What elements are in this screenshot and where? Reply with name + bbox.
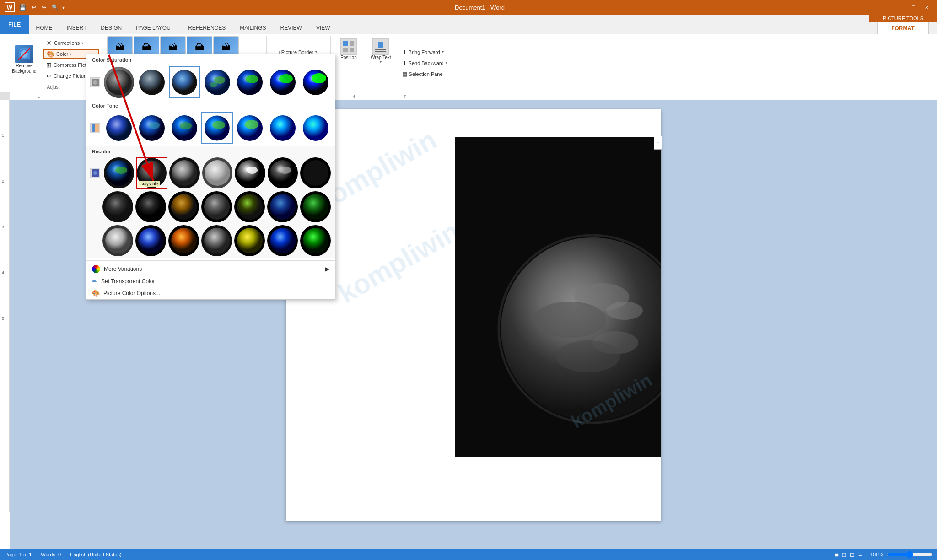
- view-draft-btn[interactable]: ≡: [858, 551, 862, 558]
- picture-color-options-item[interactable]: 🎨 Picture Color Options...: [86, 287, 335, 299]
- svg-text:7: 7: [404, 94, 406, 99]
- saturation-tiny-icon: [90, 77, 100, 87]
- tone-item-6[interactable]: [300, 112, 331, 144]
- tab-design[interactable]: DESIGN: [94, 22, 129, 34]
- bring-forward-button[interactable]: ⬆ Bring Forward ▾: [399, 47, 451, 57]
- save-btn[interactable]: 💾: [17, 3, 28, 11]
- color-options-icon: 🎨: [92, 290, 100, 297]
- selection-handle[interactable]: ≡: [654, 136, 662, 150]
- recolor-dk1-glow[interactable]: [135, 191, 167, 223]
- tone-item-0[interactable]: [103, 112, 135, 144]
- tab-file[interactable]: FILE: [0, 15, 29, 34]
- tone-item-1[interactable]: [136, 112, 167, 144]
- wrap-text-button[interactable]: Wrap Text ▾: [366, 36, 395, 90]
- recolor-grayscale[interactable]: Grayscale: [136, 157, 167, 189]
- set-transparent-icon: ✒: [92, 278, 97, 285]
- send-backward-button[interactable]: ⬇ Send Backward ▾: [399, 58, 451, 68]
- recolor-accent1-dark[interactable]: [168, 191, 199, 223]
- sat-item-0[interactable]: [103, 66, 135, 98]
- svg-point-85: [303, 228, 328, 253]
- recolor-blue2[interactable]: [267, 225, 298, 257]
- dropdown-divider-1: [86, 260, 335, 261]
- tone-item-2[interactable]: [169, 112, 200, 144]
- recolor-dk1[interactable]: [102, 191, 134, 223]
- tone-item-5[interactable]: [267, 112, 299, 144]
- quick-access-toolbar: 💾 ↩ ↪ 🔍 ▾: [17, 3, 65, 11]
- svg-point-71: [303, 160, 328, 186]
- vertical-ruler: 1 2 3 4 5: [0, 100, 10, 560]
- recolor-row-3: [86, 224, 335, 258]
- sat-item-4[interactable]: [234, 66, 266, 98]
- maximize-btn[interactable]: ☐: [908, 3, 920, 12]
- recolor-accent2-light[interactable]: [267, 191, 298, 223]
- ruler-corner: [0, 92, 10, 100]
- recolor-orange[interactable]: [168, 225, 199, 257]
- customize-btn[interactable]: 🔍: [50, 3, 60, 11]
- svg-point-82: [204, 228, 230, 253]
- recolor-blue[interactable]: [135, 225, 167, 257]
- svg-point-66: [205, 160, 230, 186]
- tab-references[interactable]: REFERENCES: [181, 22, 232, 34]
- set-transparent-item[interactable]: ✒ Set Transparent Color: [86, 275, 335, 287]
- remove-background-button[interactable]: Remove Background: [7, 43, 41, 76]
- more-variations-item[interactable]: More Variations ▶: [86, 263, 335, 275]
- wrap-icon: [372, 38, 389, 55]
- svg-text:4: 4: [2, 270, 4, 275]
- redo-btn[interactable]: ↪: [40, 3, 48, 11]
- tab-mailings[interactable]: MAILINGS: [233, 22, 273, 34]
- tab-view[interactable]: VIEW: [309, 22, 337, 34]
- order-col: ⬆ Bring Forward ▾ ⬇ Send Backward ▾ ▦ Se…: [399, 36, 451, 90]
- sat-item-6[interactable]: [300, 66, 331, 98]
- zoom-slider[interactable]: [887, 551, 932, 558]
- view-print-btn[interactable]: ■: [835, 551, 839, 558]
- sat-item-5[interactable]: [267, 66, 299, 98]
- earth-image-container[interactable]: kompliwin: [455, 137, 661, 457]
- tone-item-3[interactable]: [201, 112, 233, 144]
- recolor-sepia[interactable]: [169, 157, 200, 189]
- recolor-row-2: [86, 190, 335, 224]
- tab-insert[interactable]: INSERT: [59, 22, 93, 34]
- recolor-accent1-light[interactable]: [201, 191, 232, 223]
- bring-forward-icon: ⬆: [402, 49, 407, 55]
- recolor-none[interactable]: [103, 157, 135, 189]
- recolor-accent2-dark[interactable]: [234, 191, 265, 223]
- sat-item-1[interactable]: [136, 66, 167, 98]
- close-btn[interactable]: ✕: [921, 3, 932, 12]
- position-icon: [340, 38, 357, 55]
- position-button[interactable]: Position: [336, 36, 361, 90]
- svg-point-70: [279, 167, 291, 174]
- status-bar: Page: 1 of 1 Words: 0 English (United St…: [0, 549, 937, 560]
- undo-btn[interactable]: ↩: [30, 3, 38, 11]
- view-outline-btn[interactable]: ⊡: [850, 551, 855, 558]
- recolor-green[interactable]: [300, 225, 331, 257]
- svg-point-79: [105, 228, 131, 253]
- selection-pane-icon: ▦: [402, 71, 407, 77]
- selection-pane-button[interactable]: ▦ Selection Pane: [399, 69, 451, 79]
- recolor-yellow[interactable]: [234, 225, 265, 257]
- more-variations-icon: [92, 265, 100, 273]
- recolor-silver[interactable]: [201, 225, 232, 257]
- view-web-btn[interactable]: □: [842, 551, 846, 558]
- svg-text:L: L: [38, 94, 40, 99]
- tab-home[interactable]: HOME: [29, 22, 59, 34]
- corrections-button[interactable]: ☀ Corrections ▾: [43, 38, 99, 48]
- tab-review[interactable]: REVIEW: [274, 22, 309, 34]
- tab-page-layout[interactable]: PAGE LAYOUT: [129, 22, 181, 34]
- svg-point-65: [172, 160, 197, 186]
- svg-point-63: [115, 167, 127, 174]
- recolor-lt1[interactable]: [102, 225, 134, 257]
- remove-bg-label: Remove Background: [11, 63, 37, 74]
- svg-text:5: 5: [2, 316, 4, 321]
- sat-item-3[interactable]: [202, 66, 233, 98]
- tone-item-4[interactable]: [234, 112, 266, 144]
- recolor-accent3[interactable]: [300, 191, 331, 223]
- tab-format[interactable]: FORMAT: [877, 22, 928, 34]
- svg-point-28: [533, 302, 606, 338]
- sat-item-2[interactable]: [169, 66, 200, 98]
- minimize-btn[interactable]: —: [895, 3, 907, 12]
- recolor-bw-high[interactable]: [234, 157, 266, 189]
- svg-rect-6: [350, 48, 354, 52]
- recolor-bw-low[interactable]: [267, 157, 299, 189]
- recolor-black[interactable]: [300, 157, 331, 189]
- recolor-washout[interactable]: [202, 157, 233, 189]
